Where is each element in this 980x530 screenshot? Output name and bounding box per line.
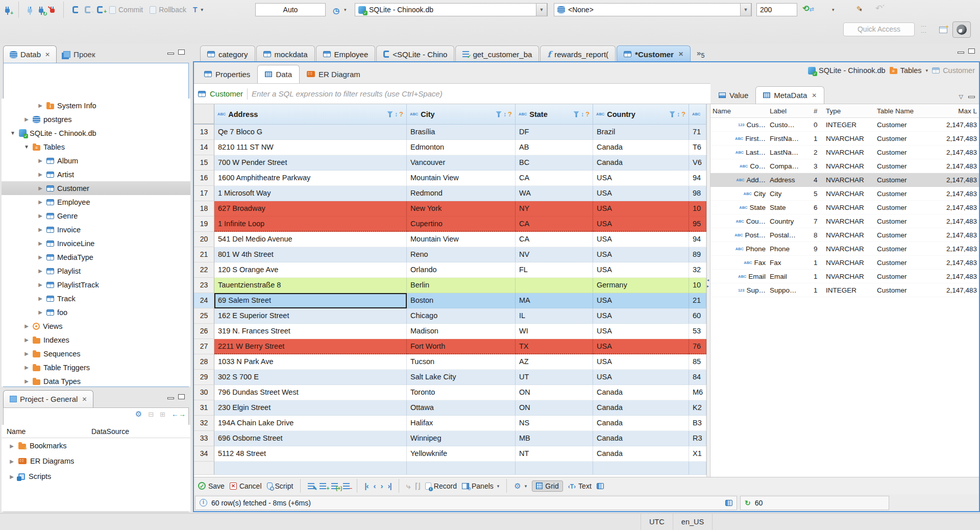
row-number[interactable]: 30 [194, 385, 214, 400]
grid-cell[interactable]: Madison [407, 324, 516, 339]
grid-cell[interactable]: Boston [407, 293, 516, 308]
minimize-icon[interactable] [958, 52, 964, 54]
tree-item-foo[interactable]: ▶foo [2, 305, 190, 319]
grid-cell[interactable]: Canada [593, 140, 689, 155]
last-row-icon[interactable]: ›| [388, 481, 391, 490]
editor-tab-get-customer-ba[interactable]: get_customer_ba [455, 45, 539, 62]
tree-item-invoiceline[interactable]: ▶InvoiceLine [2, 236, 190, 250]
grid-cell[interactable]: MB [516, 431, 593, 446]
meta-row[interactable]: ABCFirst…FirstNa…1NVARCHARCustomer2,147,… [710, 132, 979, 146]
project-item-er-diagrams[interactable]: ▶ER Diagrams [2, 453, 190, 469]
maximize-icon[interactable] [178, 50, 185, 55]
panels-button[interactable]: Panels▾ [462, 482, 499, 490]
grid-cell[interactable]: 98 [689, 186, 706, 201]
grid-cell[interactable]: WI [516, 324, 593, 339]
grid-cell[interactable]: USA [593, 247, 689, 262]
open-sql-script-icon[interactable]: → [85, 6, 90, 13]
column-header-address[interactable]: ABCAddress↕? [214, 104, 407, 124]
subtab-er-diagram[interactable]: ER Diagram [300, 65, 368, 83]
transaction-log-icon[interactable] [333, 7, 339, 15]
grid-cell[interactable]: New York [407, 201, 516, 216]
grid-cell[interactable]: 95 [689, 216, 706, 232]
delete-row-icon[interactable]: − [343, 483, 350, 489]
column-header-country[interactable]: ABCCountry↕? [593, 104, 689, 124]
grid-cell[interactable]: Canada [593, 431, 689, 446]
settings-gear-icon[interactable] [135, 409, 142, 419]
editor-tab-employee[interactable]: Employee [316, 45, 376, 62]
connect-icon[interactable] [28, 9, 32, 13]
row-number[interactable]: 16 [194, 171, 214, 186]
grid-cell[interactable]: FL [516, 262, 593, 278]
value-view-icon[interactable] [597, 483, 604, 489]
datasource-combo[interactable]: SQLite - Chinook.db ▼ [355, 3, 548, 16]
script-button[interactable]: Script [267, 482, 293, 490]
grid-cell[interactable]: WA [516, 186, 593, 201]
column-header-clipped[interactable]: ABC [689, 104, 706, 124]
new-connection-icon[interactable]: + [5, 9, 10, 13]
grid-cell[interactable]: TX [516, 339, 593, 354]
grid-cell[interactable]: NY [516, 201, 593, 216]
grid-cell[interactable]: M6 [689, 385, 706, 400]
meta-row[interactable]: ABCCityCity5NVARCHARCustomer2,147,483 [710, 187, 979, 201]
tree-item-album[interactable]: ▶Album [2, 154, 190, 167]
filter-icon[interactable] [496, 111, 502, 117]
grid-cell[interactable]: 10 [689, 201, 706, 216]
cancel-button[interactable]: ✕Cancel [230, 482, 262, 490]
grid-cell[interactable]: Edmonton [407, 140, 516, 155]
grid-cell[interactable]: Canada [593, 446, 689, 462]
filter-icon[interactable] [573, 111, 579, 117]
tree-item-artist[interactable]: ▶Artist [2, 167, 190, 181]
commit-mode-combo[interactable]: Auto [255, 3, 326, 16]
grid-cell[interactable]: 801 W 4th Street [214, 247, 407, 262]
meta-column-header-label[interactable]: Label [768, 107, 812, 115]
grid-cell[interactable]: 696 Osborne Street [214, 431, 407, 446]
grid-cell[interactable]: USA [593, 201, 689, 216]
grid-cell[interactable]: 1600 Amphitheatre Parkway [214, 171, 407, 186]
tree-item-playlist[interactable]: ▶Playlist [2, 264, 190, 278]
text-mode-button[interactable]: Text [568, 482, 592, 490]
grid-cell[interactable]: Berlin [407, 278, 516, 293]
grid-cell[interactable]: IL [516, 308, 593, 324]
tree-item-playlisttrack[interactable]: ▶PlaylistTrack [2, 278, 190, 292]
grid-cell[interactable]: Salt Lake City [407, 370, 516, 385]
editor-tab-rewards-report-[interactable]: rewards_report( [540, 45, 616, 62]
grid-cell[interactable]: Yellowknife [407, 446, 516, 462]
row-number[interactable]: 27 [194, 339, 214, 354]
row-number[interactable]: 23 [194, 278, 214, 293]
grid-cell[interactable]: USA [593, 232, 689, 247]
editor-tab--sqlite-chino[interactable]: <SQLite - Chino [376, 45, 454, 62]
help-icon[interactable]: ? [585, 110, 590, 118]
schema-combo-arrow[interactable]: ▼ [740, 3, 751, 16]
refresh-count-icon[interactable] [745, 499, 751, 507]
tab-overflow-button[interactable]: »5 [697, 49, 704, 62]
grid-cell[interactable]: Ottawa [407, 400, 516, 416]
grid-cell[interactable]: Vancouver [407, 155, 516, 171]
project-item-scripts[interactable]: ▶Scripts [2, 469, 190, 484]
sync-icon[interactable]: ⟲⇄ [802, 5, 814, 13]
tab-project-general[interactable]: Project - General ✕ [3, 390, 93, 407]
sort-icon[interactable]: ↕ [395, 111, 398, 118]
grid-cell[interactable]: 2211 W Berry Street [214, 339, 407, 354]
expander-icon[interactable]: ▶ [37, 240, 43, 246]
expander-icon[interactable]: ▶ [37, 309, 43, 315]
calc-panel-icon[interactable] [725, 500, 732, 506]
presentation-settings-button[interactable]: ▾ [514, 481, 527, 491]
grid-cell[interactable]: Brasília [407, 125, 516, 140]
grid-cell[interactable]: K2 [689, 400, 706, 416]
tree-item-table-triggers[interactable]: ▶Table Triggers [2, 360, 190, 374]
grid-cell[interactable]: USA [593, 370, 689, 385]
meta-row[interactable]: 123Cus…Custo…0INTEGERCustomer2,147,483 [710, 118, 979, 132]
grid-cell[interactable]: Canada [593, 416, 689, 431]
expander-icon[interactable]: ▶ [37, 103, 43, 108]
grid-cell[interactable]: USA [593, 186, 689, 201]
grid-mode-button[interactable]: Grid [532, 480, 562, 492]
grid-cell[interactable]: 319 N. Frances Street [214, 324, 407, 339]
expander-icon[interactable]: ▶ [23, 116, 30, 122]
tree-item-views[interactable]: ▶Views [2, 319, 190, 333]
row-number[interactable]: 24 [194, 293, 214, 308]
grid-cell[interactable]: 85 [689, 354, 706, 370]
grid-cell[interactable]: BC [516, 155, 593, 171]
locale-indicator[interactable]: en_US [673, 514, 713, 530]
filter-icon[interactable] [387, 111, 393, 117]
grid-cell[interactable]: 194A Chain Lake Drive [214, 416, 407, 431]
